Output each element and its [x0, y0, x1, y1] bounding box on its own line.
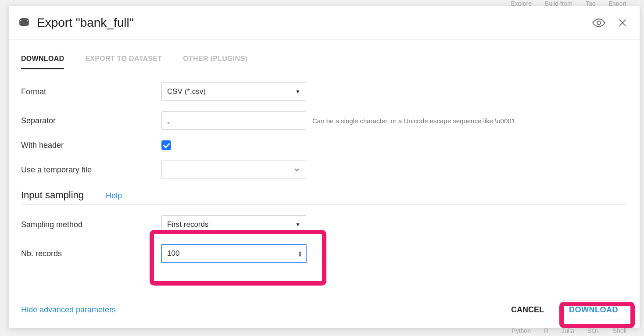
- sampling-method-label: Sampling method: [21, 220, 161, 229]
- modal-body: DOWNLOAD EXPORT TO DATASET OTHER (PLUGIN…: [9, 40, 640, 292]
- cancel-button[interactable]: CANCEL: [508, 302, 547, 318]
- bg-item: SQL: [587, 327, 600, 334]
- preview-icon[interactable]: [592, 18, 605, 27]
- bg-item: R: [544, 327, 548, 334]
- download-button[interactable]: DOWNLOAD: [560, 300, 627, 319]
- chevron-down-icon: [293, 166, 301, 173]
- download-form: Format CSV (*.csv) ▼ Separator Can be a …: [21, 82, 627, 263]
- modal-footer: Hide advanced parameters CANCEL DOWNLOAD: [9, 292, 640, 328]
- page-bottom-actions: Python R Julia SQL Shell: [512, 327, 644, 334]
- temporary-file-label: Use a temporary file: [21, 165, 161, 175]
- with-header-label: With header: [21, 141, 161, 150]
- input-sampling-title: Input sampling: [21, 189, 84, 201]
- bg-item: Shell: [613, 327, 626, 334]
- temporary-file-select[interactable]: [161, 161, 306, 179]
- with-header-checkbox[interactable]: [161, 140, 171, 150]
- tab-other-plugins[interactable]: OTHER (PLUGINS): [183, 50, 247, 69]
- format-select-value: CSV (*.csv): [167, 87, 206, 96]
- export-modal: Export "bank_full" DOWNLOAD EXPORT TO DA…: [9, 6, 640, 328]
- separator-input[interactable]: [161, 111, 306, 130]
- modal-title: Export "bank_full": [37, 16, 592, 30]
- format-select[interactable]: CSV (*.csv) ▼: [161, 82, 306, 101]
- modal-header: Export "bank_full": [9, 6, 640, 40]
- svg-point-2: [20, 23, 29, 26]
- separator-label: Separator: [21, 116, 161, 125]
- caret-down-icon: ▼: [295, 89, 301, 95]
- format-label: Format: [21, 87, 161, 97]
- tab-download[interactable]: DOWNLOAD: [21, 50, 64, 69]
- sampling-method-value: First records: [167, 220, 208, 229]
- bg-item: Python: [512, 327, 531, 334]
- modal-tabs: DOWNLOAD EXPORT TO DATASET OTHER (PLUGIN…: [21, 50, 627, 69]
- tab-export-to-dataset[interactable]: EXPORT TO DATASET: [85, 50, 162, 69]
- separator-hint: Can be a single character, or a Unicode …: [312, 117, 515, 125]
- close-icon[interactable]: [618, 18, 627, 28]
- dataset-icon: [18, 17, 30, 29]
- bg-item: Julia: [562, 327, 574, 334]
- caret-down-icon: ▼: [295, 222, 301, 228]
- hide-advanced-link[interactable]: Hide advanced parameters: [21, 305, 116, 314]
- nb-records-input[interactable]: [161, 244, 306, 263]
- svg-point-3: [597, 21, 601, 25]
- input-sampling-header: Input sampling Help: [21, 189, 627, 205]
- help-link[interactable]: Help: [106, 191, 122, 200]
- nb-records-label: Nb. records: [21, 249, 161, 258]
- sampling-method-select[interactable]: First records ▼: [161, 215, 306, 234]
